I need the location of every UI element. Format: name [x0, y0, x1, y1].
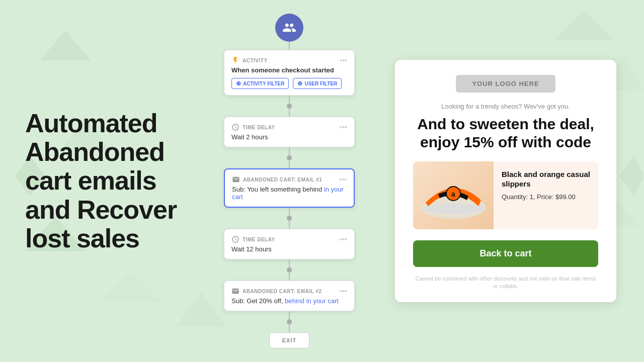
product-image: a — [413, 161, 494, 229]
activity-filter-btn[interactable]: ⊕ ACTIVITY FILTER — [231, 78, 289, 89]
content-wrapper: Automated Abandoned cart emails and Reco… — [0, 0, 644, 362]
activity-body: When someone checkout started — [231, 66, 347, 74]
email-headline: And to sweeten the deal, enjoy 15% off w… — [413, 115, 598, 151]
envelope-icon-1 — [232, 175, 240, 184]
start-node[interactable] — [275, 14, 303, 42]
connector-11 — [289, 324, 290, 332]
exit-label: EXIT — [282, 337, 296, 343]
product-name: Black and orange casual slippers — [502, 169, 592, 189]
left-section: Automated Abandoned cart emails and Reco… — [0, 79, 211, 283]
email-1-plain: You left something behind — [247, 186, 324, 193]
users-icon — [282, 21, 296, 35]
clock-icon-2 — [231, 235, 239, 243]
email-1-label: ABANDONED CART: EMAIL #1 — [243, 177, 336, 183]
time-delay-1-menu[interactable]: ••• — [340, 123, 347, 131]
connector-dot-5 — [287, 319, 292, 324]
connector-7 — [289, 221, 290, 229]
card-header: ACTIVITY ••• — [231, 56, 347, 64]
time-delay-2-menu[interactable]: ••• — [340, 235, 347, 243]
email-preview-section: YOUR LOGO HERE Looking for a trendy sheo… — [367, 50, 644, 313]
time-delay-2-body: Wait 12 hours — [231, 245, 347, 253]
email-2-label: ABANDONED CART: EMAIL #2 — [243, 289, 337, 294]
connector-2 — [289, 96, 290, 104]
card-header-3: ABANDONED CART: EMAIL #1 ••• — [232, 175, 347, 184]
email-2-menu[interactable]: ••• — [340, 287, 347, 295]
time-delay-1-body: Wait 2 hours — [231, 133, 347, 141]
connector-3 — [289, 109, 290, 117]
connector-dot-4 — [287, 267, 292, 273]
email-subtitle: Looking for a trendy sheos? Wev've got y… — [413, 103, 598, 110]
connector-5 — [289, 160, 290, 168]
product-details: Quantity: 1, Price: $99.00 — [502, 193, 592, 201]
exit-node[interactable]: EXIT — [269, 332, 309, 348]
email-1-prefix: Sub: — [232, 186, 247, 193]
hero-title: Automated Abandoned cart emails and Reco… — [25, 109, 186, 253]
envelope-icon-2 — [231, 287, 239, 295]
connector-dot-2 — [287, 155, 292, 160]
email-2-prefix: Sub: — [231, 297, 247, 305]
clock-icon-1 — [231, 123, 239, 131]
email-1-body: Sub: You left something behind in your c… — [232, 186, 347, 201]
time-delay-2-card[interactable]: TIME DELAY ••• Wait 12 hours — [224, 229, 355, 259]
activity-card[interactable]: ACTIVITY ••• When someone checkout start… — [224, 50, 355, 96]
connector-8 — [289, 259, 290, 267]
disclaimer: Cannot be combined with other discounts … — [413, 275, 598, 291]
bolt-icon — [231, 56, 239, 64]
back-to-cart-button[interactable]: Back to cart — [413, 240, 598, 267]
connector-9 — [289, 273, 290, 281]
email-1-card[interactable]: ABANDONED CART: EMAIL #1 ••• Sub: You le… — [224, 168, 355, 208]
filter-buttons: ⊕ ACTIVITY FILTER ⊕ USER FILTER — [231, 78, 347, 89]
svg-point-14 — [422, 204, 485, 214]
email-card: YOUR LOGO HERE Looking for a trendy sheo… — [395, 60, 616, 303]
connector-1 — [289, 42, 290, 50]
connector-dot-1 — [287, 104, 292, 109]
connector-6 — [289, 208, 290, 216]
product-info: Black and orange casual slippers Quantit… — [502, 161, 598, 209]
card-header-2: TIME DELAY ••• — [231, 123, 347, 131]
product-slipper-svg: a — [416, 165, 491, 225]
card-header-4: TIME DELAY ••• — [231, 235, 347, 243]
connector-dot-3 — [287, 216, 292, 221]
activity-menu[interactable]: ••• — [340, 56, 347, 64]
connector-10 — [289, 311, 290, 319]
email-2-plain: Get 20% off, — [247, 297, 285, 305]
email-1-menu[interactable]: ••• — [339, 175, 347, 184]
product-section: a Black and orange casual slippers Quant… — [413, 161, 598, 229]
email-2-card[interactable]: ABANDONED CART: EMAIL #2 ••• Sub: Get 20… — [224, 281, 355, 311]
user-filter-btn[interactable]: ⊕ USER FILTER — [293, 78, 342, 89]
time-delay-1-label: TIME DELAY — [243, 125, 337, 130]
time-delay-1-card[interactable]: TIME DELAY ••• Wait 2 hours — [224, 117, 355, 147]
logo-placeholder: YOUR LOGO HERE — [456, 75, 555, 93]
svg-text:a: a — [451, 190, 455, 198]
workflow-section: ACTIVITY ••• When someone checkout start… — [211, 9, 367, 353]
connector-4 — [289, 147, 290, 155]
activity-body-text: When someone checkout started — [231, 66, 334, 74]
activity-label: ACTIVITY — [243, 58, 337, 63]
email-logo: YOUR LOGO HERE — [413, 75, 598, 93]
card-header-5: ABANDONED CART: EMAIL #2 ••• — [231, 287, 347, 295]
email-2-highlight: behind in your cart — [285, 297, 339, 305]
time-delay-2-label: TIME DELAY — [243, 237, 337, 242]
email-2-body: Sub: Get 20% off, behind in your cart — [231, 297, 347, 305]
